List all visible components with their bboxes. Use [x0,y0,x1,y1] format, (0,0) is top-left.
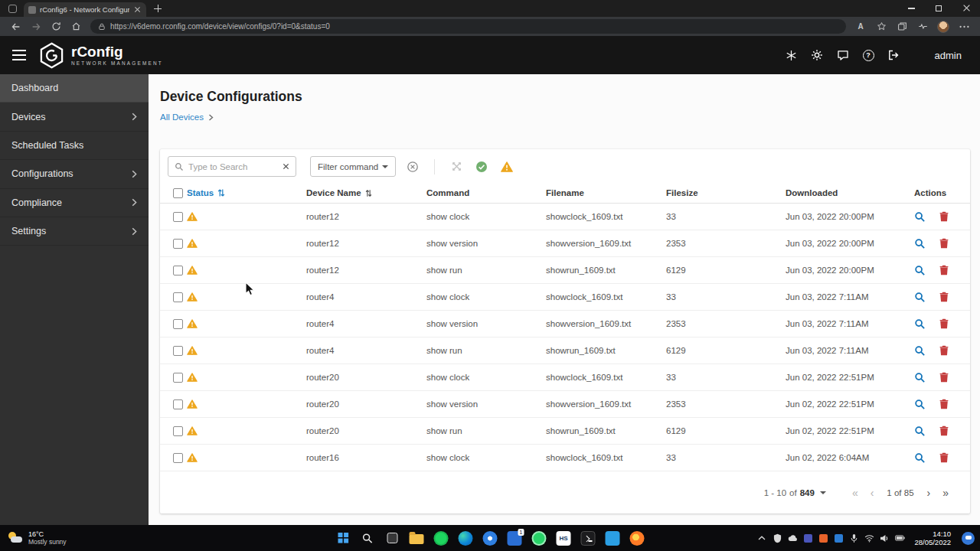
breadcrumb-all-devices[interactable]: All Devices [160,112,204,122]
refresh-button[interactable] [46,18,66,34]
sidebar-item-dashboard[interactable]: Dashboard [0,74,149,103]
menu-toggle-button[interactable] [12,49,28,61]
mail-icon[interactable]: 1 [505,529,524,548]
delete-config-button[interactable] [939,372,949,383]
row-checkbox[interactable] [173,266,183,276]
wifi-icon[interactable] [864,533,874,543]
view-config-button[interactable] [914,292,926,303]
volume-icon[interactable] [879,533,890,543]
row-checkbox[interactable] [173,426,183,436]
chrome-icon[interactable] [481,529,500,548]
vscode-icon[interactable] [603,529,622,548]
collections-icon[interactable] [892,18,912,34]
search-input[interactable] [188,162,278,171]
view-config-button[interactable] [914,345,926,357]
row-checkbox[interactable] [173,346,183,356]
sidebar-item-compliance[interactable]: Compliance [0,189,149,217]
row-checkbox[interactable] [173,373,183,383]
column-command[interactable]: Command [426,188,546,197]
chevron-up-icon[interactable] [756,533,767,543]
edge-tray-icon[interactable] [833,533,844,543]
terminal-icon[interactable] [579,529,598,548]
view-config-button[interactable] [914,452,926,464]
window-maximize-button[interactable] [925,0,952,17]
settings-ellipsis-icon[interactable] [954,18,974,34]
column-downloaded[interactable]: Downloaded [786,188,914,197]
column-filesize[interactable]: Filesize [666,188,786,197]
back-button[interactable] [6,18,26,34]
sidebar-item-configurations[interactable]: Configurations [0,160,149,188]
row-checkbox[interactable] [173,453,183,463]
column-status[interactable]: Status [187,188,306,197]
delete-config-button[interactable] [939,265,949,276]
delete-config-button[interactable] [939,399,949,409]
spotify-icon[interactable] [432,529,451,548]
weather-widget[interactable]: 16°C Mostly sunny [0,530,67,546]
taskbar-search-icon[interactable] [358,529,377,548]
clear-search-icon[interactable] [283,163,289,170]
delete-config-button[interactable] [939,345,949,356]
sidebar-item-settings[interactable]: Settings [0,217,149,246]
forward-button[interactable] [26,18,46,34]
view-config-button[interactable] [914,211,926,223]
sidebar-item-devices[interactable]: Devices [0,103,149,131]
clear-filter-icon[interactable] [407,161,419,173]
favorites-star-icon[interactable] [871,18,891,34]
teams-icon[interactable] [802,533,813,543]
tab-actions-icon[interactable] [8,5,17,13]
previous-page-button[interactable]: ‹ [864,487,880,499]
shield-icon[interactable] [772,533,782,543]
taskbar-clock[interactable]: 14:10 28/05/2022 [914,530,951,546]
sidebar-item-scheduled-tasks[interactable]: Scheduled Tasks [0,132,149,160]
file-explorer-icon[interactable] [407,529,426,548]
task-view-icon[interactable] [383,529,402,548]
read-aloud-icon[interactable]: A [851,18,871,34]
row-checkbox[interactable] [173,239,183,249]
snowflake-icon[interactable] [785,49,798,62]
window-minimize-button[interactable] [897,0,925,17]
delete-config-button[interactable] [939,425,949,436]
browser-essentials-icon[interactable] [913,18,933,34]
delete-config-button[interactable] [939,211,949,222]
new-tab-button[interactable] [152,3,163,14]
chat-notification-icon[interactable] [962,532,975,545]
window-close-button[interactable] [952,0,980,17]
profile-avatar[interactable] [937,21,949,33]
user-menu[interactable]: admin [935,50,962,61]
start-button[interactable] [334,529,353,548]
microphone-icon[interactable] [848,533,859,543]
battery-icon[interactable] [894,533,905,543]
notepad-icon[interactable] [818,533,828,543]
delete-config-button[interactable] [939,238,949,249]
row-checkbox[interactable] [173,319,183,329]
warning-filter-icon[interactable] [501,161,513,172]
view-config-button[interactable] [914,238,926,249]
view-config-button[interactable] [914,265,926,276]
tab-close-icon[interactable] [133,5,142,14]
column-device-name[interactable]: Device Name [306,188,426,197]
logout-icon[interactable] [887,49,900,62]
delete-config-button[interactable] [939,318,949,329]
browser-tab[interactable]: rConfig6 - Network Configurati... [24,2,146,17]
search-box[interactable] [168,156,296,177]
filter-command-select[interactable]: Filter command [310,156,396,177]
chat-icon[interactable] [837,49,850,62]
view-config-button[interactable] [914,318,926,330]
select-all-checkbox[interactable] [173,188,183,198]
helpsystems-icon[interactable]: HS [554,529,573,548]
whatsapp-icon[interactable] [530,529,549,548]
row-checkbox[interactable] [173,399,183,409]
next-page-button[interactable]: › [921,487,937,499]
row-checkbox[interactable] [173,292,183,302]
rconfig-logo-icon[interactable] [38,41,66,70]
home-button[interactable] [66,18,86,34]
crossed-arrows-icon[interactable] [451,161,462,172]
view-config-button[interactable] [914,425,926,437]
gear-icon[interactable] [811,49,824,62]
edge-icon[interactable] [456,529,475,548]
address-bar[interactable]: https://v6demo.rconfig.com/device/view/c… [90,19,846,34]
firefox-icon[interactable] [628,529,647,548]
delete-config-button[interactable] [939,452,949,463]
view-config-button[interactable] [914,399,926,410]
help-icon[interactable]: ? [863,50,874,61]
